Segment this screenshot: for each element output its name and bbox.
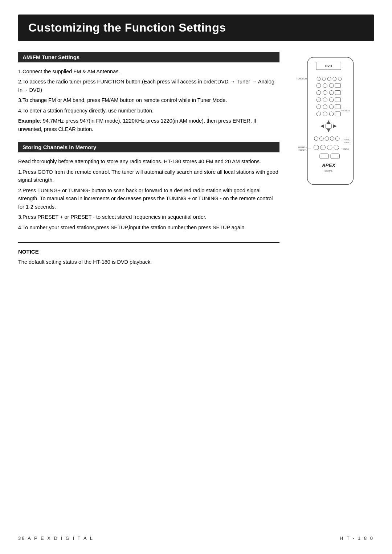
- amfm-para-3: 3.To change FM or AM band, press FM/AM b…: [18, 96, 279, 104]
- svg-text:TUNING +: TUNING +: [343, 139, 352, 141]
- svg-rect-54: [331, 154, 339, 159]
- storing-para-3: 2.Press TUNING+ or TUNING- button to sca…: [18, 186, 279, 211]
- amfm-section-header: AM/FM Tuner Settings: [18, 52, 279, 62]
- svg-text:FUNCTION: FUNCTION: [297, 78, 307, 80]
- svg-point-48: [320, 145, 326, 150]
- svg-point-14: [323, 90, 327, 95]
- svg-point-27: [329, 112, 334, 116]
- svg-rect-53: [320, 154, 328, 159]
- svg-text:APEX: APEX: [322, 163, 336, 168]
- amfm-para-2: 2.To access the radio tuner press FUNCTI…: [18, 78, 279, 94]
- storing-section-header: Storing Channels in Memory: [18, 142, 279, 152]
- svg-point-23: [329, 104, 334, 109]
- storing-para-1: Read thoroughly before attempting to sto…: [18, 157, 279, 165]
- svg-marker-33: [320, 124, 324, 128]
- amfm-para-5: Example: 94.7MHz-press 947(in FM mode), …: [18, 117, 279, 133]
- storing-para-4: 3.Press PRESET + or PRESET - to select s…: [18, 213, 279, 221]
- title-section: Customizing the Function Settings: [18, 15, 374, 41]
- storing-content: Read thoroughly before attempting to sto…: [18, 157, 279, 231]
- footer-left: 38 A P E X D I G I T A L: [18, 535, 94, 541]
- svg-point-47: [314, 145, 319, 150]
- svg-point-4: [317, 77, 320, 81]
- svg-marker-34: [333, 124, 337, 128]
- svg-rect-28: [335, 112, 341, 116]
- remote-column: DVD FUNCTION: [290, 52, 374, 266]
- svg-point-8: [338, 77, 342, 81]
- storing-para-2: 1.Press GOTO from the remote control. Th…: [18, 168, 279, 184]
- amfm-para-4: 4.To enter a station frequency directly,…: [18, 107, 279, 115]
- svg-point-21: [317, 104, 321, 109]
- svg-point-18: [323, 98, 327, 102]
- svg-point-40: [335, 137, 339, 141]
- svg-text:TUNING -: TUNING -: [343, 142, 351, 144]
- storing-header-label: Storing Channels in Memory: [23, 144, 96, 150]
- content-area: AM/FM Tuner Settings 1.Connect the suppl…: [18, 52, 374, 266]
- footer: 38 A P E X D I G I T A L H T - 1 8 0: [18, 535, 374, 541]
- storing-para-5: 4.To number your stored stations,press S…: [18, 223, 279, 231]
- svg-point-5: [322, 77, 326, 81]
- svg-point-50: [334, 145, 339, 150]
- example-bold: Example: [18, 118, 40, 124]
- svg-point-7: [333, 77, 336, 81]
- svg-point-17: [317, 98, 321, 102]
- svg-text:FM/AM: FM/AM: [343, 148, 349, 150]
- notice-title: NOTICE: [18, 249, 279, 255]
- svg-text:PRESET -: PRESET -: [299, 149, 307, 151]
- svg-text:DIGITAL: DIGITAL: [324, 170, 333, 172]
- svg-point-15: [329, 90, 334, 95]
- svg-point-26: [323, 112, 327, 116]
- svg-point-9: [317, 83, 321, 88]
- svg-point-49: [327, 145, 332, 150]
- svg-marker-32: [327, 129, 330, 132]
- svg-point-6: [327, 77, 331, 81]
- svg-text:ENTER: ENTER: [343, 110, 350, 112]
- page: Customizing the Function Settings AM/FM …: [0, 0, 392, 554]
- svg-point-39: [330, 137, 334, 141]
- page-title: Customizing the Function Settings: [28, 21, 364, 34]
- amfm-content: 1.Connect the supplied FM & AM Antennas.…: [18, 67, 279, 133]
- remote-control-diagram: DVD FUNCTION: [296, 56, 368, 193]
- notice-text: The default setting status of the HT-180…: [18, 258, 279, 266]
- svg-point-38: [325, 137, 329, 141]
- svg-rect-24: [335, 104, 341, 109]
- svg-rect-35: [326, 124, 331, 129]
- svg-text:DVD: DVD: [325, 64, 332, 68]
- svg-point-25: [317, 112, 321, 116]
- svg-point-19: [329, 98, 334, 102]
- svg-marker-31: [327, 120, 330, 124]
- amfm-para-1: 1.Connect the supplied FM & AM Antennas.: [18, 67, 279, 75]
- remote-svg-container: DVD FUNCTION: [290, 56, 374, 193]
- svg-point-37: [319, 137, 323, 141]
- svg-point-11: [329, 83, 334, 88]
- svg-rect-20: [335, 98, 341, 102]
- svg-rect-12: [335, 83, 341, 88]
- svg-text:PRESET +: PRESET +: [298, 147, 307, 148]
- svg-point-13: [317, 90, 321, 95]
- notice-divider: [18, 242, 279, 243]
- amfm-header-label: AM/FM Tuner Settings: [23, 54, 79, 60]
- svg-point-10: [323, 83, 327, 88]
- svg-point-22: [323, 104, 327, 109]
- footer-right: H T - 1 8 0: [340, 535, 374, 541]
- text-column: AM/FM Tuner Settings 1.Connect the suppl…: [18, 52, 279, 266]
- svg-rect-16: [335, 90, 341, 95]
- svg-point-36: [314, 137, 318, 141]
